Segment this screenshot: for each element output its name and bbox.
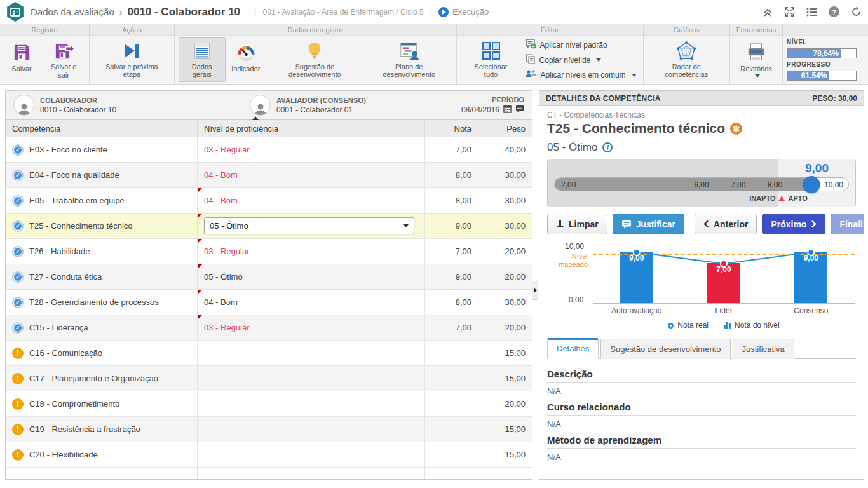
next-step-icon [122, 41, 141, 62]
level-value: 04 - Bom [204, 170, 238, 180]
general-data-button[interactable]: Dados gerais [179, 37, 226, 82]
table-row[interactable]: !C20 - Flexibilidade15,00 [6, 442, 532, 468]
calendar-icon[interactable] [503, 105, 512, 115]
slider-handle[interactable] [803, 176, 820, 193]
chevron-down-icon [403, 224, 409, 227]
save-next-step-label: Salvar e próxima etapa [97, 63, 166, 79]
tab-justificativa[interactable]: Justificativa [733, 339, 794, 359]
apply-default-level-item[interactable]: Aplicar nível padrão [526, 39, 637, 51]
check-circle-icon: ✓ [12, 144, 24, 156]
peso-cell: 20,00 [478, 391, 532, 416]
chart-legend: Nota real Nota do nível [593, 321, 855, 330]
table-row[interactable]: ✓E04 - Foco na qualidade04 - Bom8,0030,0… [6, 163, 532, 188]
group-ferramentas-label: Ferramentas [730, 24, 782, 36]
indicator-label: Indicador [231, 65, 260, 73]
group-registro: Registro Salvar Salvar e sair [0, 24, 90, 84]
check-circle-icon: ✓ [12, 297, 24, 308]
info-icon[interactable]: i [602, 142, 613, 152]
progress-meter-label: PROGRESSO [787, 61, 860, 68]
evaluation-info-bar: COLABORADOR 0010 - Colaborador 10 AVALIA… [6, 91, 532, 120]
nota-cell: 7,00 [425, 239, 478, 264]
status-label: Execução [452, 7, 489, 17]
competency-radar-button[interactable]: Radar de competências [648, 37, 726, 82]
tab-detalhes[interactable]: Detalhes [547, 338, 599, 359]
development-plan-button[interactable]: Plano de desenvolvimento [366, 37, 452, 82]
table-row[interactable]: ✓T26 - Habilidade03 - Regular7,0020,00 [6, 239, 532, 264]
justify-button[interactable]: Justificar [613, 214, 684, 234]
reports-button[interactable]: Relatórios [734, 37, 778, 82]
check-circle-icon: ✓ [12, 195, 24, 207]
next-label: Próximo [771, 219, 806, 229]
competency-cell: ✓T28 - Gerenciamento de processos [6, 290, 198, 315]
slider-track[interactable]: 2,006,007,008,0010,00 [554, 177, 849, 191]
splitter-handle[interactable] [532, 281, 538, 300]
avaliador-value: 0001 - Colaborador 01 [276, 105, 366, 114]
table-row[interactable]: !C16 - Comunicação15,00 [6, 341, 532, 366]
finish-button[interactable]: Finalizar ✓ [831, 214, 864, 234]
comment-icon[interactable] [515, 105, 524, 115]
nota-cell: 8,00 [425, 163, 478, 187]
level-value: 03 - Regular [204, 247, 250, 256]
table-row[interactable]: ✓T25 - Conhecimento técnico05 - Ótimo9,0… [6, 214, 532, 239]
gantt-person-icon [398, 41, 420, 62]
indicator-button[interactable]: Indicador [228, 37, 264, 82]
select-all-icon [482, 41, 501, 62]
details-weight: PESO: 30,00 [812, 94, 857, 103]
meters: NÍVEL 78,64% PROGRESSO 61,54% [787, 39, 864, 81]
table-row[interactable]: ✓C15 - Liderança03 - Regular7,0020,00 [6, 315, 532, 341]
comment-marker [198, 214, 202, 218]
nota-cell: 7,00 [425, 137, 478, 162]
level-value: 04 - Bom [204, 297, 238, 307]
finish-label: Finalizar [839, 219, 864, 229]
chevron-down-icon [755, 74, 760, 78]
bar-value-label: 7,00 [707, 265, 740, 274]
collapse-ribbon-icon[interactable] [763, 7, 773, 17]
field-value: N/A [547, 449, 856, 463]
competency-name: E03 - Foco no cliente [29, 145, 107, 154]
nota-cell [425, 417, 478, 442]
refresh-icon[interactable] [851, 6, 862, 17]
help-icon[interactable]: ? [829, 6, 839, 17]
peso-cell: 30,00 [478, 163, 532, 187]
table-row[interactable]: ✓E03 - Foco no cliente03 - Regular7,0040… [6, 137, 532, 163]
clear-button[interactable]: Limpar [547, 214, 607, 234]
table-row[interactable]: ✓E05 - Trabalho em equipe04 - Bom8,0030,… [6, 188, 532, 214]
level-dropdown[interactable]: 05 - Ótimo [204, 217, 414, 234]
table-row[interactable]: ✓T27 - Conduta ética05 - Ótimo9,0020,00 [6, 264, 532, 290]
line-marker-icon [668, 323, 674, 329]
tab-sugest-o-de-desenvolvimento[interactable]: Sugestão de desenvolvimento [600, 339, 730, 359]
previous-button[interactable]: Anterior [695, 214, 757, 234]
apply-common-levels-item[interactable]: Aplicar níveis em comum [526, 69, 637, 81]
apply-common-levels-label: Aplicar níveis em comum [541, 71, 626, 79]
periodo-block: PERÍODO 08/04/2016 [461, 96, 524, 115]
next-button[interactable]: Próximo [762, 214, 825, 234]
select-all-button[interactable]: Selecionar tudo [463, 37, 519, 82]
nota-cell: 9,00 [425, 264, 478, 289]
list-menu-icon[interactable] [806, 8, 817, 17]
play-icon [438, 7, 449, 17]
copy-level-from-item[interactable]: Copiar nível de [526, 54, 637, 66]
col-nivel: Nível de proficiência [198, 120, 425, 137]
table-row[interactable]: !C17 - Planejamento e Organização15,00 [6, 366, 532, 391]
collapse-info-arrow[interactable] [252, 116, 259, 120]
nota-cell: 8,00 [425, 290, 478, 315]
level-value: 04 - Bom [204, 196, 238, 205]
save-next-step-button[interactable]: Salvar e próxima etapa [93, 37, 170, 82]
level-cell: 03 - Regular [198, 239, 425, 264]
save-button[interactable]: Salvar [4, 37, 39, 82]
slider-value: 9,00 [805, 161, 829, 175]
table-row[interactable]: !C19 - Resistência a frustração15,00 [6, 417, 532, 442]
development-suggestion-button[interactable]: Sugestão de desenvolvimento [266, 37, 363, 82]
save-and-exit-button[interactable]: Salvar e sair [42, 37, 85, 82]
table-header: Competência Nível de proficiência Nota P… [6, 120, 532, 137]
table-row[interactable]: !C18 - Comprometimento20,00 [6, 391, 532, 417]
slider-tick: 7,00 [731, 178, 745, 192]
status-badge: Execução [438, 7, 489, 17]
warning-circle-icon: ! [12, 348, 24, 359]
group-ferramentas: Ferramentas Relatórios [730, 24, 783, 84]
competency-cell: !C16 - Comunicação [6, 341, 198, 365]
table-row[interactable]: ✓T28 - Gerenciamento de processos04 - Bo… [6, 290, 532, 315]
nota-cell [425, 366, 478, 391]
nota-cell: 8,00 [425, 188, 478, 213]
fullscreen-icon[interactable] [784, 6, 795, 17]
